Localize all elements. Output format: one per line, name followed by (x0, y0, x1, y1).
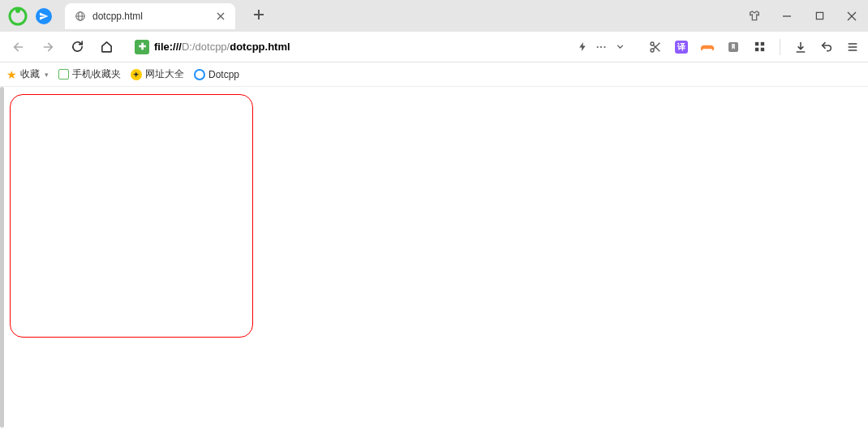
svg-rect-21 (760, 48, 763, 51)
svg-point-14 (651, 49, 654, 52)
titlebar: dotcpp.html (0, 0, 868, 32)
mobile-favorites-button[interactable]: 手机收藏夹 (58, 67, 121, 81)
mobile-fav-label: 手机收藏夹 (72, 67, 121, 81)
directory-icon: ✦ (131, 69, 142, 80)
url-prefix: file:/// (154, 41, 182, 53)
apps-grid-icon[interactable] (750, 38, 768, 56)
forward-button[interactable] (36, 35, 60, 59)
bookmark-box-icon[interactable] (724, 38, 742, 56)
svg-point-13 (651, 42, 654, 45)
compass-icon[interactable] (36, 8, 52, 24)
separator (780, 39, 780, 55)
back-button[interactable] (6, 35, 31, 59)
new-tab-button[interactable] (247, 3, 270, 26)
globe-icon (75, 11, 86, 22)
svg-point-1 (15, 8, 20, 13)
svg-rect-18 (754, 42, 758, 45)
scissors-icon[interactable] (647, 38, 664, 56)
url-path: D:/dotcpp/ (182, 41, 230, 53)
svg-rect-10 (816, 12, 823, 19)
url-file: dotcpp.html (230, 41, 290, 53)
address-bar[interactable]: ✚ file:///D:/dotcpp/dotcpp.html ··· (128, 36, 632, 58)
page-content (0, 87, 868, 439)
reload-button[interactable] (65, 35, 89, 59)
svg-rect-20 (754, 48, 758, 51)
window-controls (738, 0, 868, 32)
download-icon[interactable] (792, 38, 810, 56)
titlebar-left: dotcpp.html (0, 0, 270, 32)
ring-icon (194, 69, 205, 80)
gamepad-icon[interactable] (698, 38, 716, 56)
phone-icon (58, 69, 69, 80)
dotcpp-bookmark[interactable]: Dotcpp (194, 69, 239, 80)
site-directory-button[interactable]: ✦ 网址大全 (131, 67, 184, 81)
tab-close-button[interactable] (214, 10, 227, 23)
tab-title: dotcpp.html (92, 11, 208, 22)
url-text: file:///D:/dotcpp/dotcpp.html (154, 41, 573, 53)
minimize-button[interactable] (771, 4, 803, 28)
nav-toolbar: ✚ file:///D:/dotcpp/dotcpp.html ··· 译 (0, 32, 868, 62)
menu-icon[interactable] (844, 38, 862, 56)
chevron-down-icon: ▾ (45, 71, 49, 79)
home-button[interactable] (94, 35, 118, 59)
svg-rect-19 (760, 42, 763, 45)
chevron-down-icon[interactable] (615, 41, 625, 52)
favorites-button[interactable]: ★ 收藏 ▾ (6, 67, 49, 81)
toolbar-icons: 译 (642, 38, 862, 56)
dotcpp-label: Dotcpp (208, 69, 239, 80)
site-dir-label: 网址大全 (145, 67, 184, 81)
address-right: ··· (578, 41, 625, 53)
active-tab[interactable]: dotcpp.html (65, 3, 235, 29)
browser-logo-icon[interactable] (8, 6, 28, 26)
security-shield-icon[interactable]: ✚ (135, 40, 149, 54)
star-icon: ★ (6, 68, 17, 81)
more-icon[interactable]: ··· (596, 41, 607, 53)
translate-icon[interactable]: 译 (672, 38, 690, 56)
close-button[interactable] (836, 4, 868, 28)
bookmarks-bar: ★ 收藏 ▾ 手机收藏夹 ✦ 网址大全 Dotcpp (0, 62, 868, 87)
maximize-button[interactable] (803, 4, 836, 28)
favorites-label: 收藏 (20, 67, 40, 81)
skin-icon[interactable] (738, 4, 771, 28)
flash-icon[interactable] (578, 41, 588, 52)
rounded-box (10, 94, 253, 338)
undo-icon[interactable] (818, 38, 836, 56)
